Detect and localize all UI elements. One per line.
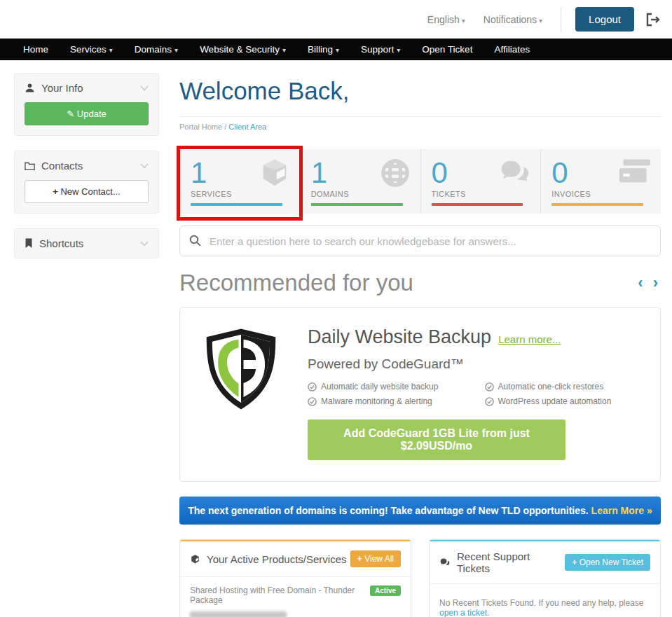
- search-input[interactable]: [179, 226, 661, 256]
- codeguard-promo-panel: Daily Website Backup Learn more... Power…: [179, 307, 661, 482]
- nav-affiliates[interactable]: Affiliates: [494, 44, 530, 55]
- check-circle-icon: [308, 397, 317, 406]
- folder-icon: [25, 161, 35, 171]
- products-panel-title: Your Active Products/Services: [207, 553, 350, 565]
- shortcuts-header[interactable]: Shortcuts: [15, 229, 158, 258]
- check-circle-icon: [485, 397, 494, 406]
- tickets-underline: [432, 203, 523, 206]
- feature-item: Automatic one-click restores: [485, 382, 641, 391]
- caret-down-icon: ▾: [539, 17, 542, 25]
- support-tickets-panel: Recent Support Tickets + Open New Ticket…: [429, 539, 661, 617]
- notifications-menu[interactable]: Notifications▾: [484, 14, 542, 25]
- caret-down-icon: ▾: [462, 17, 465, 25]
- page-title: Welcome Back,: [179, 73, 661, 117]
- feature-item: WordPress update automation: [485, 396, 641, 406]
- caret-down-icon: ▾: [397, 46, 400, 54]
- stat-domains[interactable]: 1 DOMAINS: [300, 149, 420, 214]
- check-circle-icon: [308, 382, 317, 391]
- sign-out-icon[interactable]: [645, 13, 661, 27]
- tld-promo-banner: The next generation of domains is coming…: [179, 497, 661, 525]
- contacts-header[interactable]: Contacts: [15, 151, 158, 180]
- language-menu[interactable]: English▾: [427, 14, 465, 25]
- comments-icon: [499, 157, 531, 190]
- open-a-ticket-link[interactable]: open a ticket: [439, 608, 487, 617]
- nav-domains[interactable]: Domains▾: [135, 44, 178, 55]
- feature-list: Automatic daily website backup Automatic…: [308, 382, 640, 406]
- nav-home[interactable]: Home: [23, 44, 48, 55]
- your-info-panel: Your Info ✎ Update: [14, 73, 159, 136]
- credit-card-icon: [618, 157, 652, 188]
- nav-services[interactable]: Services▾: [70, 44, 113, 55]
- carousel-prev-icon[interactable]: ‹: [638, 274, 645, 291]
- contacts-title: Contacts: [41, 160, 83, 172]
- chevron-down-icon[interactable]: [140, 85, 149, 91]
- sidebar: Your Info ✎ Update Contacts + New Co: [14, 73, 159, 617]
- comments-icon: [439, 557, 451, 567]
- codeguard-logo: [200, 326, 282, 460]
- redacted-domain: [190, 611, 287, 617]
- services-underline: [191, 203, 282, 206]
- caret-down-icon: ▾: [336, 46, 339, 54]
- active-products-panel: Your Active Products/Services + View All…: [179, 539, 411, 617]
- status-badge: Active: [370, 585, 401, 596]
- feature-item: Automatic daily website backup: [308, 382, 464, 391]
- invoices-underline: [551, 203, 643, 206]
- divider: [561, 7, 561, 32]
- tickets-empty-state: No Recent Tickets Found. If you need any…: [430, 583, 660, 617]
- promo-title: Daily Website Backup: [308, 326, 491, 348]
- nav-website-security[interactable]: Website & Security▾: [200, 44, 286, 55]
- main-navbar: Home Services▾ Domains▾ Website & Securi…: [0, 39, 672, 60]
- recommended-header: Recommended for you ‹ ›: [179, 270, 661, 296]
- user-icon: [25, 83, 35, 93]
- breadcrumb-portal-home[interactable]: Portal Home: [179, 123, 222, 131]
- shortcuts-panel: Shortcuts: [14, 228, 159, 258]
- add-codeguard-button[interactable]: Add CodeGuard 1GB Lite from just $2.09US…: [308, 420, 565, 460]
- caret-down-icon: ▾: [109, 46, 113, 54]
- promo-subtitle: Powered by CodeGuard™: [308, 356, 640, 372]
- products-view-all-button[interactable]: + View All: [350, 550, 401, 567]
- caret-down-icon: ▾: [174, 46, 178, 54]
- update-info-button[interactable]: ✎ Update: [25, 102, 149, 125]
- topbar: English▾ Notifications▾ Logout: [0, 0, 672, 39]
- chevron-down-icon[interactable]: [140, 163, 149, 169]
- stats-row: 1 SERVICES 1 DOMAINS 0 TICKETS: [179, 149, 661, 214]
- chevron-down-icon[interactable]: [140, 241, 149, 247]
- caret-down-icon: ▾: [282, 46, 286, 54]
- stat-tickets[interactable]: 0 TICKETS: [420, 149, 541, 214]
- globe-icon: [379, 157, 411, 192]
- stat-invoices[interactable]: 0 INVOICES: [540, 149, 661, 214]
- stat-services[interactable]: 1 SERVICES: [179, 149, 300, 214]
- your-info-title: Your Info: [41, 82, 83, 94]
- open-new-ticket-button[interactable]: + Open New Ticket: [565, 554, 650, 571]
- your-info-header[interactable]: Your Info: [15, 74, 158, 102]
- breadcrumb-client-area[interactable]: Client Area: [228, 123, 266, 131]
- bookmark-icon: [25, 238, 33, 249]
- nav-billing[interactable]: Billing▾: [308, 44, 339, 55]
- tickets-panel-title: Recent Support Tickets: [457, 550, 565, 574]
- cube-icon: [259, 157, 291, 192]
- nav-support[interactable]: Support▾: [361, 44, 400, 55]
- breadcrumb: Portal Home / Client Area: [179, 123, 661, 131]
- logout-button[interactable]: Logout: [575, 7, 634, 32]
- learn-more-link[interactable]: Learn more...: [498, 333, 561, 345]
- search-icon: [189, 235, 201, 249]
- plus-icon: +: [53, 186, 60, 197]
- carousel-next-icon[interactable]: ›: [653, 274, 661, 291]
- cube-icon: [190, 554, 200, 564]
- shortcuts-title: Shortcuts: [39, 237, 83, 249]
- breadcrumb-separator: /: [224, 123, 226, 131]
- check-circle-icon: [485, 382, 494, 391]
- service-list-item[interactable]: Shared Hosting with Free Domain - Thunde…: [190, 585, 401, 605]
- contacts-panel: Contacts + New Contact...: [14, 151, 159, 214]
- domains-underline: [311, 203, 403, 206]
- nav-open-ticket[interactable]: Open Ticket: [422, 44, 472, 55]
- new-contact-button[interactable]: + New Contact...: [25, 180, 149, 203]
- pencil-icon: ✎: [67, 109, 77, 119]
- recommended-title: Recommended for you: [179, 270, 638, 296]
- knowledgebase-search: [179, 226, 661, 256]
- banner-learn-more-link[interactable]: Learn More »: [591, 505, 652, 516]
- feature-item: Malware monitoring & alerting: [308, 396, 464, 406]
- main-content: Welcome Back, Portal Home / Client Area …: [179, 73, 661, 617]
